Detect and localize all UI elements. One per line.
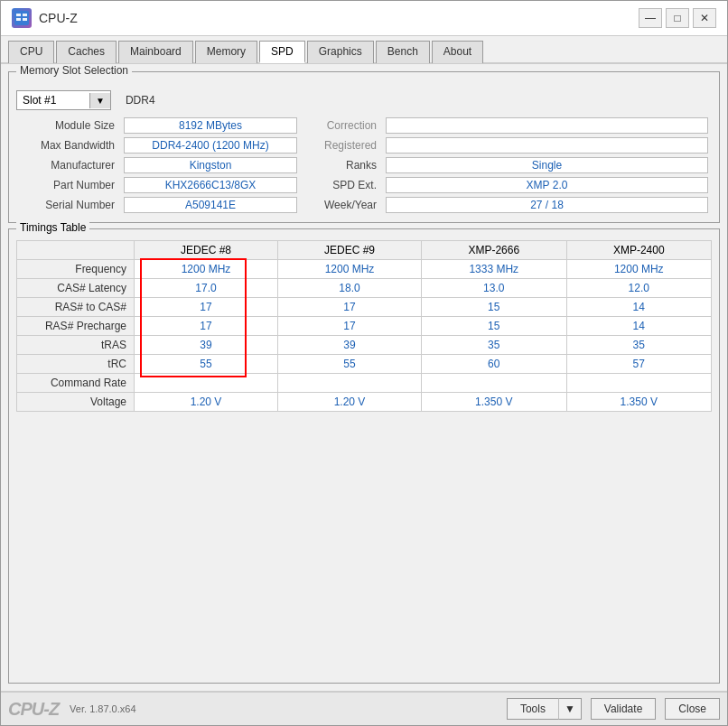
- manufacturer-cell: Kingston: [120, 155, 301, 175]
- row-voltage: Voltage 1.20 V 1.20 V 1.350 V 1.350 V: [17, 393, 712, 412]
- spd-ext-value: XMP 2.0: [386, 177, 708, 193]
- val-cmdrate-xmp2666: [422, 374, 566, 393]
- val-volt-jedec8: 1.20 V: [135, 393, 278, 412]
- title-controls: — □ ✕: [639, 8, 716, 28]
- serial-number-row: Serial Number A509141E Week/Year 27 / 18: [16, 195, 712, 215]
- val-trc-jedec9: 55: [278, 355, 422, 374]
- close-button[interactable]: Close: [665, 698, 720, 720]
- val-cas-xmp2400: 12.0: [566, 279, 712, 298]
- spd-ext-cell: XMP 2.0: [382, 175, 712, 195]
- main-window: CPU-Z — □ ✕ CPU Caches Mainboard Memory …: [0, 0, 728, 726]
- col-header-empty: [17, 241, 135, 260]
- memory-slot-label: Memory Slot Selection: [16, 64, 132, 77]
- title-bar-left: CPU-Z: [12, 8, 78, 28]
- bottom-bar: CPU-Z Ver. 1.87.0.x64 Tools ▼ Validate C…: [1, 691, 727, 725]
- tab-mainboard[interactable]: Mainboard: [118, 41, 193, 63]
- timings-table-container: JEDEC #8 JEDEC #9 XMP-2666 XMP-2400 Freq…: [16, 240, 712, 412]
- module-size-value: 8192 MBytes: [124, 117, 297, 134]
- ranks-cell: Single: [382, 155, 712, 175]
- module-size-row: Module Size 8192 MBytes Correction: [16, 116, 712, 135]
- val-rastocas-jedec8: 17: [135, 298, 278, 317]
- cpuz-logo-section: CPU-Z: [8, 699, 59, 720]
- registered-label: Registered: [301, 135, 382, 155]
- spd-ext-label: SPD Ext.: [301, 175, 382, 195]
- registered-value: [386, 137, 708, 154]
- tab-caches[interactable]: Caches: [56, 41, 117, 63]
- val-cmdrate-xmp2400: [566, 374, 712, 393]
- max-bandwidth-value: DDR4-2400 (1200 MHz): [124, 137, 297, 154]
- label-ras-precharge: RAS# Precharge: [17, 317, 135, 336]
- close-window-button[interactable]: ✕: [693, 8, 716, 28]
- val-freq-xmp2400: 1200 MHz: [566, 260, 712, 279]
- svg-rect-1: [16, 14, 21, 16]
- maximize-button[interactable]: □: [666, 8, 689, 28]
- val-freq-jedec9: 1200 MHz: [278, 260, 422, 279]
- svg-rect-4: [23, 18, 27, 21]
- serial-number-cell: A509141E: [120, 195, 301, 215]
- row-trc: tRC 55 55 60 57: [17, 355, 712, 374]
- week-year-cell: 27 / 18: [382, 195, 712, 215]
- window-title: CPU-Z: [39, 11, 78, 25]
- tools-dropdown-arrow[interactable]: ▼: [558, 698, 582, 720]
- timings-group-label: Timings Table: [16, 221, 89, 234]
- week-year-value: 27 / 18: [386, 197, 708, 213]
- tab-cpu[interactable]: CPU: [8, 41, 54, 63]
- tools-button[interactable]: Tools: [507, 698, 558, 720]
- ranks-value: Single: [386, 157, 708, 173]
- slot-type: DDR4: [118, 91, 163, 109]
- minimize-button[interactable]: —: [639, 8, 662, 28]
- val-rasprech-xmp2400: 14: [566, 317, 712, 336]
- val-rastocas-xmp2666: 15: [422, 298, 566, 317]
- tools-button-group: Tools ▼: [507, 698, 582, 720]
- correction-label: Correction: [301, 116, 382, 135]
- tab-spd[interactable]: SPD: [259, 41, 305, 63]
- label-ras-cas: RAS# to CAS#: [17, 298, 135, 317]
- tab-graphics[interactable]: Graphics: [307, 41, 374, 63]
- val-rasprech-jedec8: 17: [135, 317, 278, 336]
- tab-memory[interactable]: Memory: [195, 41, 257, 63]
- validate-button[interactable]: Validate: [591, 698, 656, 720]
- slot-dropdown[interactable]: Slot #1 ▼: [16, 90, 111, 110]
- row-command-rate: Command Rate: [17, 374, 712, 393]
- part-number-value: KHX2666C13/8GX: [124, 177, 297, 193]
- correction-cell: [382, 116, 712, 135]
- val-volt-jedec9: 1.20 V: [278, 393, 422, 412]
- tab-bar: CPU Caches Mainboard Memory SPD Graphics…: [1, 36, 727, 64]
- slot-arrow-icon[interactable]: ▼: [89, 93, 110, 108]
- label-trc: tRC: [17, 355, 135, 374]
- module-size-label: Module Size: [16, 116, 120, 135]
- row-ras-precharge: RAS# Precharge 17 17 15 14: [17, 317, 712, 336]
- serial-number-label: Serial Number: [16, 195, 120, 215]
- svg-rect-3: [16, 18, 21, 21]
- manufacturer-row: Manufacturer Kingston Ranks Single: [16, 155, 712, 175]
- svg-rect-2: [23, 14, 27, 16]
- val-trc-xmp2666: 60: [422, 355, 566, 374]
- val-trc-jedec8: 55: [135, 355, 278, 374]
- val-cas-jedec9: 18.0: [278, 279, 422, 298]
- slot-value: Slot #1: [17, 91, 89, 109]
- val-tras-xmp2400: 35: [566, 336, 712, 355]
- module-size-cell: 8192 MBytes: [120, 116, 301, 135]
- max-bandwidth-label: Max Bandwidth: [16, 135, 120, 155]
- tab-bench[interactable]: Bench: [376, 41, 430, 63]
- part-number-row: Part Number KHX2666C13/8GX SPD Ext. XMP …: [16, 175, 712, 195]
- val-volt-xmp2400: 1.350 V: [566, 393, 712, 412]
- slot-row: Slot #1 ▼ DDR4: [16, 90, 712, 110]
- label-command-rate: Command Rate: [17, 374, 135, 393]
- part-number-cell: KHX2666C13/8GX: [120, 175, 301, 195]
- label-voltage: Voltage: [17, 393, 135, 412]
- val-freq-jedec8: 1200 MHz: [135, 260, 278, 279]
- val-cas-xmp2666: 13.0: [422, 279, 566, 298]
- val-freq-xmp2666: 1333 MHz: [422, 260, 566, 279]
- label-frequency: Frequency: [17, 260, 135, 279]
- max-bandwidth-row: Max Bandwidth DDR4-2400 (1200 MHz) Regis…: [16, 135, 712, 155]
- correction-value: [386, 117, 708, 134]
- val-rastocas-xmp2400: 14: [566, 298, 712, 317]
- val-rasprech-xmp2666: 15: [422, 317, 566, 336]
- val-tras-jedec9: 39: [278, 336, 422, 355]
- spd-info-table: Module Size 8192 MBytes Correction Max B…: [16, 116, 712, 215]
- col-header-xmp2666: XMP-2666: [422, 241, 566, 260]
- tab-about[interactable]: About: [432, 41, 483, 63]
- app-icon: [12, 8, 32, 28]
- row-ras-to-cas: RAS# to CAS# 17 17 15 14: [17, 298, 712, 317]
